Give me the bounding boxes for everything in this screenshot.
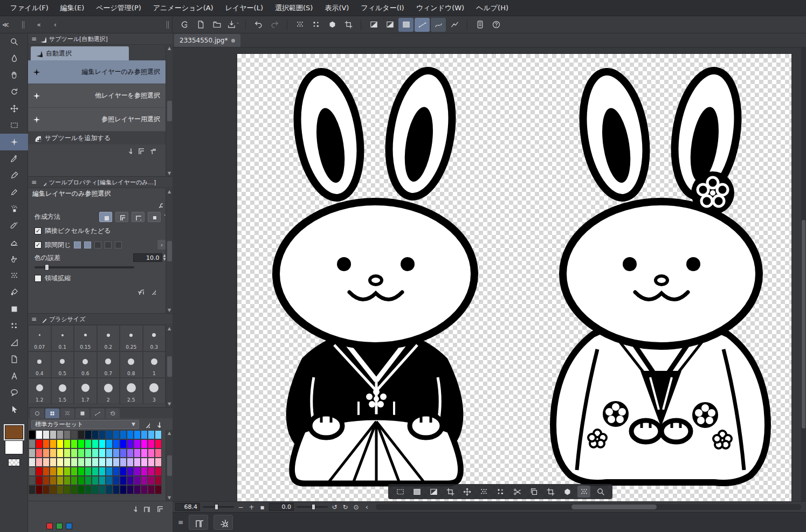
color-swatch[interactable]: [113, 430, 120, 439]
tab-color-wheel[interactable]: [30, 409, 44, 418]
color-swatch[interactable]: [71, 430, 78, 439]
tool-halftone[interactable]: [0, 267, 28, 284]
brush-size-0.15[interactable]: 0.15: [74, 325, 97, 351]
restore-defaults-icon[interactable]: [136, 287, 144, 295]
brush-size-2.5[interactable]: 2.5: [120, 378, 143, 404]
color-swatch[interactable]: [134, 467, 141, 476]
creation-method-new[interactable]: [99, 212, 112, 222]
color-swatch[interactable]: [71, 448, 78, 458]
subtool-item[interactable]: 編集レイヤーのみ参照選択: [28, 60, 166, 84]
tab-color-set[interactable]: [45, 409, 59, 418]
tool-eraser[interactable]: [0, 234, 28, 251]
close-gap-row[interactable]: ✓ 隙間閉じ ›: [28, 238, 173, 252]
color-swatch[interactable]: [120, 458, 127, 467]
launch-copy[interactable]: [527, 486, 540, 498]
color-swatch[interactable]: [50, 430, 57, 439]
tool-rotate-canvas[interactable]: [0, 84, 28, 100]
panel-drag-handle[interactable]: [22, 21, 24, 29]
duplicate-icon[interactable]: [155, 505, 163, 512]
color-swatch[interactable]: [71, 467, 78, 476]
color-swatch[interactable]: [85, 448, 92, 458]
delete-subtool-icon[interactable]: [148, 147, 156, 154]
color-swatch[interactable]: [127, 439, 134, 448]
color-swatch[interactable]: [106, 458, 113, 467]
color-swatch[interactable]: [127, 458, 134, 467]
color-swatch[interactable]: [78, 476, 85, 485]
launch-marquee[interactable]: [394, 486, 407, 498]
tool-auto-select[interactable]: [0, 134, 28, 150]
select-diagonal-button[interactable]: [366, 18, 381, 32]
panel-menu-icon[interactable]: ≡: [31, 178, 37, 186]
color-swatch[interactable]: [106, 448, 113, 458]
color-swatch[interactable]: [113, 448, 120, 458]
select-square-button[interactable]: [398, 18, 414, 32]
color-swatch[interactable]: [134, 430, 141, 439]
color-swatch[interactable]: [57, 439, 64, 448]
reset-view-button[interactable]: ⊙: [352, 503, 360, 511]
color-swatch[interactable]: [148, 430, 155, 439]
dissolve-button[interactable]: [292, 18, 307, 32]
brush-size-1.5[interactable]: 1.5: [51, 378, 74, 404]
color-swatch[interactable]: [92, 439, 99, 448]
color-swatch[interactable]: [106, 476, 113, 485]
menu-item[interactable]: 選択範囲(S): [269, 1, 319, 16]
color-swatch[interactable]: [120, 467, 127, 476]
color-swatch[interactable]: [43, 448, 50, 458]
color-swatch[interactable]: [29, 476, 36, 485]
page-settings-button[interactable]: [213, 515, 233, 530]
follow-adjacent-checkbox[interactable]: ✓: [35, 227, 42, 234]
color-swatch[interactable]: [99, 430, 106, 439]
vertical-scrollbar[interactable]: [801, 47, 806, 501]
menu-item[interactable]: ページ管理(P): [90, 1, 147, 16]
color-set-dropdown[interactable]: 標準カラーセット ▼: [31, 420, 139, 429]
color-swatch[interactable]: [127, 467, 134, 476]
line-straight-button[interactable]: [415, 18, 430, 32]
tab-color-slider[interactable]: [91, 409, 105, 418]
color-swatch[interactable]: [99, 485, 106, 494]
panel-menu-icon[interactable]: ≡: [31, 35, 37, 43]
color-swatch[interactable]: [50, 467, 57, 476]
brush-size-0.3[interactable]: 0.3: [143, 325, 166, 351]
zoom-out-button[interactable]: −: [237, 503, 245, 511]
gap-level-5[interactable]: [115, 241, 122, 248]
color-swatch[interactable]: [36, 430, 43, 439]
color-swatch[interactable]: [85, 430, 92, 439]
zoom-value[interactable]: 68.4: [175, 503, 200, 511]
subtool-scrollbar[interactable]: ▲▼: [166, 45, 173, 176]
launch-crop[interactable]: [544, 486, 557, 498]
color-swatch[interactable]: [29, 430, 36, 439]
zoom-in-button[interactable]: +: [247, 503, 256, 511]
gap-level-3[interactable]: [94, 241, 101, 248]
gap-level-4[interactable]: [105, 241, 112, 248]
color-swatch[interactable]: [64, 448, 71, 458]
tone-button[interactable]: [308, 18, 323, 32]
brush-size-1.2[interactable]: 1.2: [28, 378, 51, 404]
color-swatch[interactable]: [43, 439, 50, 448]
color-swatch[interactable]: [99, 439, 106, 448]
color-swatch[interactable]: [64, 439, 71, 448]
brush-size-0.5[interactable]: 0.5: [51, 351, 74, 378]
color-swatch[interactable]: [29, 458, 36, 467]
color-swatch[interactable]: [155, 430, 162, 439]
page-manager-button[interactable]: [189, 515, 208, 530]
line-polyline-button[interactable]: [447, 18, 462, 32]
gap-level-2[interactable]: [84, 241, 91, 248]
color-swatch[interactable]: [36, 458, 43, 467]
save-color-icon[interactable]: [153, 420, 161, 428]
color-swatch[interactable]: [64, 476, 71, 485]
rotate-cw-button[interactable]: ↻: [341, 503, 349, 511]
color-swatch[interactable]: [148, 467, 155, 476]
collapse-step-icon[interactable]: ‹: [54, 21, 57, 29]
color-swatch[interactable]: [71, 476, 78, 485]
subtool-item[interactable]: 参照レイヤー用選択: [28, 108, 166, 132]
color-margin-slider[interactable]: [35, 266, 134, 268]
creation-method-multiply[interactable]: [148, 212, 161, 222]
color-swatch[interactable]: [57, 467, 64, 476]
color-swatch[interactable]: [43, 430, 50, 439]
color-swatch[interactable]: [29, 439, 36, 448]
tool-marquee-select[interactable]: [0, 117, 28, 134]
undo-button[interactable]: [251, 18, 266, 32]
color-swatch[interactable]: [141, 485, 148, 494]
color-swatch[interactable]: [141, 458, 148, 467]
fit-screen-button[interactable]: ▪: [258, 503, 266, 511]
